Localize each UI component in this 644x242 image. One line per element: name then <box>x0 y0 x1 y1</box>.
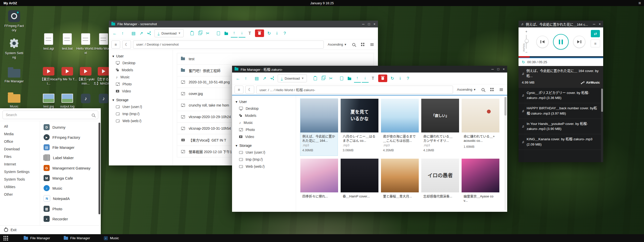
sort-dropdown[interactable]: Ascending <box>457 88 475 91</box>
app-item-manga-cafe[interactable]: Manga Cafe <box>40 173 101 183</box>
refresh-button[interactable] <box>266 29 273 37</box>
search-input[interactable] <box>3 111 98 119</box>
share-button[interactable] <box>269 75 276 82</box>
list-view-button[interactable] <box>498 86 505 93</box>
file-tile[interactable]: 幽霊東京＿Ayase cov... <box>461 158 499 207</box>
properties-button[interactable] <box>397 75 404 82</box>
close-button[interactable] <box>503 67 505 71</box>
start-button[interactable] <box>0 234 12 242</box>
properties-button[interactable] <box>274 29 280 37</box>
desktop-file[interactable]: test.jpg <box>38 94 59 109</box>
sidebar-section-storage[interactable]: Storage <box>109 97 173 103</box>
pause-button[interactable] <box>553 34 569 50</box>
desktop-file[interactable]: test.bat <box>57 33 78 51</box>
sidebar-item-photo[interactable]: Photo <box>232 126 296 133</box>
up-button[interactable] <box>242 75 249 82</box>
playlist-item[interactable]: In Your Hands＿yusukeP cover. by 柘榴-zakur… <box>519 119 603 134</box>
minimize-button[interactable] <box>362 22 364 26</box>
rename-button[interactable] <box>370 75 376 82</box>
grid-view-button[interactable] <box>359 41 366 48</box>
file-tile[interactable]: 春＿HamP cover... <box>340 158 378 207</box>
title-bar[interactable]: File Manager - 柘榴-zakuro- <box>232 66 507 73</box>
now-playing[interactable]: 例えば、今此処に置かれた花に＿ 164 cover. by 柘... 4.99 … <box>519 66 603 88</box>
search-button[interactable] <box>350 41 357 48</box>
playlist-item[interactable]: HAPPY BIRTHDAY＿back number cover. by柘榴-z… <box>519 103 603 119</box>
sidebar-item-tmp-drive[interactable]: tmp (tmp:/) <box>109 110 173 117</box>
sidebar-item-tmp-drive[interactable]: tmp (tmp:/) <box>232 156 296 163</box>
sidebar-item-desktop[interactable]: Desktop <box>232 105 296 112</box>
back-button[interactable] <box>235 75 241 82</box>
minimize-button[interactable] <box>491 67 494 71</box>
file-row[interactable]: test <box>177 53 374 65</box>
upload-button[interactable] <box>354 74 361 83</box>
app-item-dummy[interactable]: Dummy <box>40 122 101 132</box>
list-toggle-button[interactable] <box>111 41 120 49</box>
help-button[interactable] <box>405 75 411 82</box>
dark-mode-button[interactable] <box>245 86 254 94</box>
file-tile[interactable]: 菫と藤桜＿青大月... <box>381 158 418 207</box>
breadcrumb[interactable]: user: / ... / Hello World / 柘榴-zakuro- <box>256 86 453 94</box>
maximize-button[interactable] <box>368 22 370 26</box>
copy-button[interactable] <box>320 75 327 82</box>
save-to-disk-button[interactable] <box>239 29 245 38</box>
open-button[interactable] <box>130 29 137 37</box>
playlist-item[interactable]: KING＿Kanaria cover. by 柘榴-zakuro-.mp3 (2… <box>519 134 603 150</box>
desktop-file[interactable]: 【東方Vocal... <box>38 67 59 86</box>
app-item-music[interactable]: Music <box>40 183 101 193</box>
open-in-new-window-button[interactable] <box>261 75 268 82</box>
desktop-icon-ffmpeg-factory[interactable]: FFmpeg Factory <box>4 10 25 32</box>
sidebar-item-video[interactable]: Video <box>109 88 173 95</box>
up-button[interactable] <box>119 29 126 37</box>
category-system-tools[interactable]: System Tools <box>0 176 40 183</box>
sidebar-item-music[interactable]: Music <box>232 119 296 126</box>
help-button[interactable] <box>281 29 288 37</box>
category-other[interactable]: Other <box>0 191 40 198</box>
upload-button[interactable] <box>231 29 238 38</box>
volume-slider-handle[interactable] <box>525 39 529 43</box>
sidebar-section-user[interactable]: User <box>109 53 173 59</box>
title-bar[interactable]: 例えば、今此処に置かれた花に＿164 c... <box>519 21 603 27</box>
sidebar-item-web-drive[interactable]: Web (web:/) <box>232 163 296 170</box>
previous-track-button[interactable] <box>536 36 549 48</box>
open-button[interactable] <box>253 75 260 82</box>
desktop-icon-music[interactable]: Music <box>4 91 25 109</box>
sidebar-item-models[interactable]: Models <box>109 66 173 74</box>
minimize-button[interactable] <box>593 22 595 26</box>
scrollbar-thumb[interactable] <box>504 97 506 116</box>
list-toggle-button[interactable] <box>235 86 243 94</box>
download-button[interactable]: Download <box>278 74 307 82</box>
share-button[interactable] <box>146 29 152 37</box>
delete-button[interactable] <box>378 75 387 82</box>
exit-button[interactable]: Exit <box>0 225 101 234</box>
sort-dropdown[interactable]: Ascending <box>328 43 346 46</box>
app-item-photo[interactable]: Photo <box>40 204 101 214</box>
volume-control[interactable]: + Volume − <box>522 29 531 54</box>
sidebar-item-photo[interactable]: Photo <box>109 81 173 88</box>
app-item-ffmpeg-factory[interactable]: FFmpeg Factory <box>40 132 101 142</box>
category-system-settings[interactable]: System Settings <box>0 168 40 176</box>
title-bar[interactable]: File Manager - screenshot <box>109 21 378 27</box>
new-file-button[interactable] <box>215 29 222 37</box>
app-item-recorder[interactable]: Recorder <box>40 214 101 224</box>
app-item-system-setting[interactable]: System Setting <box>40 224 101 225</box>
app-item-notepada[interactable]: NotepadA <box>40 193 101 204</box>
repeat-icon[interactable] <box>522 60 525 64</box>
sidebar-item-user-drive[interactable]: User (user:/) <box>109 103 173 110</box>
volume-down-button[interactable]: − <box>525 50 527 54</box>
desktop-icon-file-manager[interactable]: File Manager <box>4 66 25 84</box>
search-button[interactable] <box>479 86 487 93</box>
next-track-button[interactable] <box>573 36 585 48</box>
grid-view-button[interactable] <box>489 86 496 93</box>
app-item-management-gateway[interactable]: Management Gateway <box>40 163 101 173</box>
download-button[interactable]: Download <box>154 29 184 37</box>
dark-mode-button[interactable] <box>122 41 131 49</box>
taskbar-item-file-manager-1[interactable]: File Manager <box>22 234 52 242</box>
file-tile[interactable]: 君が夜の海に還るまで＿こんにちは谷田... .mp3 4.35MB <box>381 98 418 156</box>
category-download[interactable]: Download <box>0 145 40 153</box>
cut-button[interactable] <box>204 29 211 37</box>
new-file-button[interactable] <box>338 75 345 82</box>
taskbar-item-file-manager-2[interactable]: File Manager <box>62 234 92 242</box>
taskbar-item-music[interactable]: Music <box>102 234 120 242</box>
top-menu-icon[interactable] <box>638 1 641 5</box>
breadcrumb[interactable]: user: / Desktop / screenshot <box>133 41 324 49</box>
